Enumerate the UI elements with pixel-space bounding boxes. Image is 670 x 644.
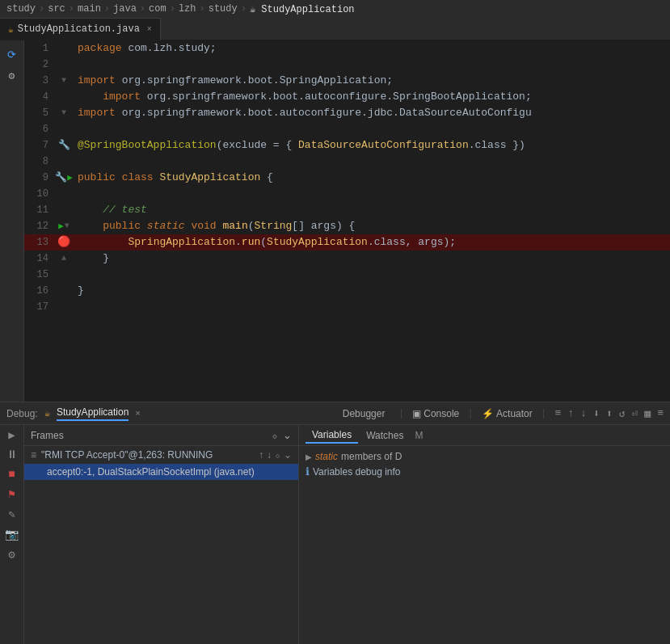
- code-line: 6: [24, 121, 670, 137]
- breadcrumb-item[interactable]: src: [48, 3, 65, 15]
- gutter-icon-2[interactable]: ⚙: [9, 69, 15, 82]
- tab-variables[interactable]: Variables: [306, 427, 358, 444]
- java-file-icon: ☕: [8, 24, 14, 35]
- breadcrumb-item[interactable]: com: [149, 3, 166, 15]
- thread-icon: ≡: [31, 449, 36, 461]
- variables-tabs: Variables Watches M: [299, 425, 670, 446]
- tab-more[interactable]: M: [411, 428, 426, 443]
- variables-body: ▶ static members of D ℹ Variables debug …: [299, 446, 670, 644]
- rerun-icon[interactable]: ⚑: [8, 487, 15, 501]
- var-static-keyword: static: [315, 451, 338, 462]
- editor-left-gutter: ⟳ ⚙: [0, 40, 24, 402]
- tab-bar: ☕ StudyApplication.java ×: [0, 18, 670, 40]
- breadcrumb-active: ☕ StudyApplication: [250, 3, 355, 15]
- breadcrumb-item[interactable]: java: [113, 3, 137, 15]
- var-row-static[interactable]: ▶ static members of D: [299, 449, 670, 464]
- var-expand-icon[interactable]: ▶: [306, 452, 312, 461]
- breakpoint-icon[interactable]: 🔴: [57, 234, 70, 250]
- frames-header-icons: ⬦ ⌄: [272, 429, 292, 441]
- code-line: 4 import org.springframework.boot.autoco…: [24, 89, 670, 105]
- var-info-icon: ℹ: [306, 465, 310, 478]
- toolbar-icon-lines[interactable]: ≡: [657, 407, 664, 419]
- toolbar-icon-menu[interactable]: ≡: [555, 407, 562, 419]
- settings-icon[interactable]: ⚙: [8, 548, 15, 562]
- tab-study-application[interactable]: ☕ StudyApplication.java ×: [0, 18, 161, 40]
- breadcrumb-item[interactable]: lzh: [179, 3, 196, 15]
- var-row-debug-info[interactable]: ℹ Variables debug info: [299, 464, 670, 479]
- thread-up-icon[interactable]: ↑: [259, 449, 263, 461]
- debug-body: ▶ ⏸ ■ ⚑ ✎ 📷 ⚙ Frames ⬦ ⌄ ≡ "RMI TCP Acce…: [0, 425, 670, 644]
- breadcrumb-sep: ›: [170, 3, 175, 15]
- pause-icon[interactable]: ⏸: [6, 448, 18, 461]
- frames-filter-icon[interactable]: ⬦: [272, 429, 278, 441]
- tab-watches[interactable]: Watches: [360, 428, 410, 443]
- gutter-icon-1[interactable]: ⟳: [7, 48, 16, 61]
- breadcrumb-item[interactable]: study: [6, 3, 36, 15]
- resume-icon[interactable]: ▶: [8, 428, 15, 442]
- debug-header: Debug: ☕ StudyApplication × Debugger | ▣…: [0, 402, 670, 425]
- frames-label: Frames: [31, 430, 64, 441]
- debug-session-icon: ☕: [44, 407, 50, 419]
- code-line: 5 ▼ import org.springframework.boot.auto…: [24, 105, 670, 121]
- breadcrumb-sep: ›: [241, 3, 247, 15]
- toolbar-icon-down[interactable]: ↓: [580, 407, 587, 419]
- code-line-breakpoint: 13 🔴 SpringApplication.run(StudyApplicat…: [24, 234, 670, 250]
- code-line: 14 ▲ }: [24, 250, 670, 267]
- frame-text: accept0:-1, DualStackPlainSocketImpl (ja…: [47, 466, 255, 478]
- debug-label: Debug:: [6, 408, 38, 419]
- breadcrumb-sep: ›: [199, 3, 204, 15]
- breadcrumb: study › src › main › java › com › lzh › …: [0, 0, 670, 18]
- debug-panel: Debug: ☕ StudyApplication × Debugger | ▣…: [0, 402, 670, 644]
- frames-header: Frames ⬦ ⌄: [24, 425, 298, 446]
- edit-icon[interactable]: ✎: [8, 507, 15, 521]
- code-line: 10: [24, 186, 670, 202]
- thread-down-icon[interactable]: ↓: [267, 449, 272, 461]
- code-line: 3 ▼ import org.springframework.boot.Spri…: [24, 73, 670, 89]
- breadcrumb-item[interactable]: main: [78, 3, 101, 15]
- debug-session-close[interactable]: ×: [135, 409, 141, 419]
- thread-filter-icon[interactable]: ⬦: [275, 449, 280, 461]
- camera-icon[interactable]: 📷: [5, 528, 19, 541]
- toolbar-icon-return[interactable]: ⏎: [632, 407, 638, 420]
- breadcrumb-sep: ›: [39, 3, 44, 15]
- code-line: 7 🔧 @SpringBootApplication(exclude = { D…: [24, 137, 670, 154]
- frames-pane: Frames ⬦ ⌄ ≡ "RMI TCP Accept-0"@1,263: R…: [24, 425, 299, 644]
- thread-menu-icon[interactable]: ⌄: [284, 449, 292, 461]
- code-line: 11 // test: [24, 202, 670, 218]
- stop-icon[interactable]: ■: [8, 468, 15, 481]
- debug-left-strip: ▶ ⏸ ■ ⚑ ✎ 📷 ⚙: [0, 425, 24, 644]
- code-line: 2: [24, 57, 670, 73]
- code-line: 17: [24, 299, 670, 315]
- run-arrow-icon: ▶: [67, 170, 73, 186]
- code-area: ⟳ ⚙ 1 package com.lzh.study; 2 3 ▼ impor…: [0, 40, 670, 402]
- code-editor[interactable]: 1 package com.lzh.study; 2 3 ▼ import or…: [24, 40, 670, 402]
- tab-actuator[interactable]: ⚡ Actuator: [482, 408, 533, 419]
- toolbar-icon-up2[interactable]: ⬆: [606, 407, 613, 420]
- frame-row-selected[interactable]: accept0:-1, DualStackPlainSocketImpl (ja…: [24, 464, 298, 480]
- var-static-members-label: members of D: [341, 451, 402, 462]
- tab-label: StudyApplication.java: [18, 23, 140, 35]
- frames-down-icon[interactable]: ⌄: [283, 429, 292, 441]
- code-line: 8: [24, 154, 670, 170]
- tab-debugger[interactable]: Debugger: [338, 408, 390, 419]
- breadcrumb-sep: ›: [69, 3, 74, 15]
- code-line: 9 🔧 ▶ public class StudyApplication {: [24, 170, 670, 186]
- toolbar-icon-grid[interactable]: ▦: [644, 407, 651, 420]
- debug-session-tab[interactable]: StudyApplication: [57, 406, 129, 421]
- toolbar-icon-up[interactable]: ↑: [567, 407, 574, 419]
- tab-console[interactable]: ▣ Console: [412, 408, 459, 419]
- breadcrumb-sep: ›: [104, 3, 110, 15]
- breadcrumb-item[interactable]: study: [209, 3, 238, 15]
- thread-row[interactable]: ≡ "RMI TCP Accept-0"@1,263: RUNNING ↑ ↓ …: [24, 446, 298, 464]
- variables-pane: Variables Watches M ▶ static members of …: [299, 425, 670, 644]
- toolbar-icon-down2[interactable]: ⬇: [593, 407, 600, 420]
- tab-close-button[interactable]: ×: [147, 25, 152, 34]
- thread-controls: ↑ ↓ ⬦ ⌄: [259, 449, 292, 461]
- code-line: 16 }: [24, 283, 670, 299]
- toolbar-icon-refresh[interactable]: ↺: [619, 407, 626, 420]
- code-line: 12 ▶ ▼ public static void main(String[] …: [24, 218, 670, 234]
- thread-text: "RMI TCP Accept-0"@1,263: RUNNING: [41, 449, 213, 461]
- breadcrumb-sep: ›: [140, 3, 145, 15]
- code-line: 1 package com.lzh.study;: [24, 40, 670, 57]
- code-line: 15: [24, 267, 670, 283]
